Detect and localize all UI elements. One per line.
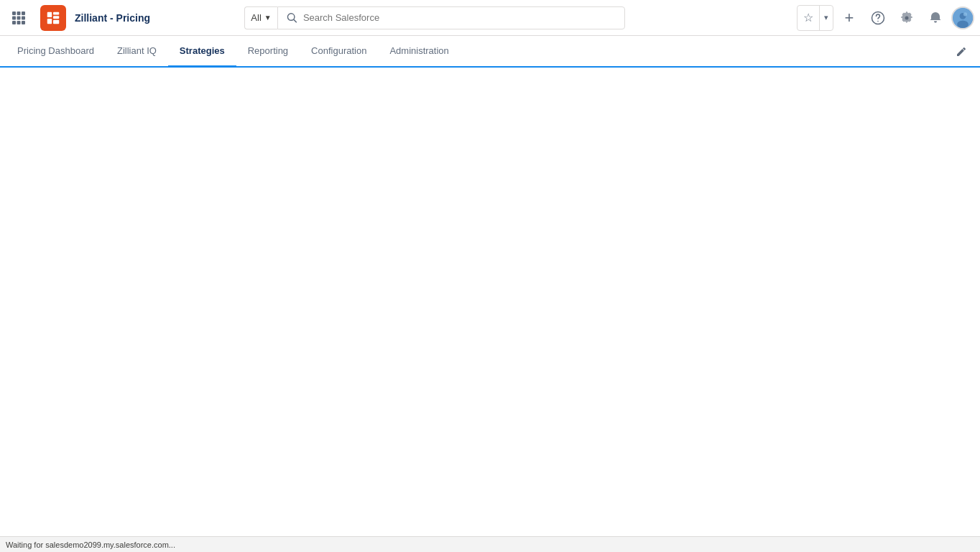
favorites-star-icon: ☆ bbox=[798, 6, 819, 30]
svg-point-14 bbox=[287, 13, 294, 19]
svg-rect-12 bbox=[53, 16, 59, 19]
svg-point-17 bbox=[877, 20, 879, 22]
help-button[interactable] bbox=[865, 5, 891, 31]
svg-rect-13 bbox=[53, 19, 59, 24]
settings-button[interactable] bbox=[894, 5, 920, 31]
svg-rect-7 bbox=[17, 21, 21, 24]
search-icon bbox=[287, 12, 297, 24]
app-logo bbox=[40, 5, 66, 31]
nav-edit-button[interactable] bbox=[950, 36, 974, 66]
svg-rect-1 bbox=[17, 12, 21, 15]
favorites-chevron-icon: ▾ bbox=[819, 6, 833, 30]
svg-rect-4 bbox=[17, 16, 21, 19]
avatar-image bbox=[953, 8, 973, 28]
tab-configuration[interactable]: Configuration bbox=[300, 36, 378, 68]
svg-rect-9 bbox=[47, 12, 52, 17]
search-container: All ▼ bbox=[244, 6, 625, 29]
svg-rect-3 bbox=[12, 16, 16, 19]
svg-point-20 bbox=[957, 20, 969, 28]
add-button[interactable]: + bbox=[836, 5, 862, 31]
svg-line-15 bbox=[294, 19, 297, 22]
svg-rect-10 bbox=[47, 18, 52, 23]
top-bar-actions: ☆ ▾ + bbox=[797, 5, 974, 31]
top-nav-bar: Zilliant - Pricing All ▼ ☆ ▾ + bbox=[0, 0, 980, 36]
app-launcher-button[interactable] bbox=[6, 5, 32, 31]
svg-point-21 bbox=[963, 12, 967, 16]
user-avatar[interactable] bbox=[951, 6, 974, 29]
svg-rect-5 bbox=[22, 16, 25, 19]
tab-administration-label: Administration bbox=[389, 45, 448, 56]
tab-strategies-label: Strategies bbox=[180, 45, 225, 56]
notifications-button[interactable] bbox=[923, 5, 948, 31]
search-input[interactable] bbox=[303, 12, 616, 23]
search-input-wrapper bbox=[277, 6, 626, 29]
app-name: Zilliant - Pricing bbox=[75, 12, 150, 24]
status-text: Waiting for salesdemo2099.my.salesforce.… bbox=[6, 540, 175, 549]
svg-rect-11 bbox=[53, 12, 59, 14]
nav-tabs-bar: Pricing Dashboard Zilliant IQ Strategies… bbox=[0, 36, 980, 68]
svg-rect-0 bbox=[12, 12, 16, 15]
svg-rect-8 bbox=[22, 21, 25, 24]
main-content bbox=[0, 68, 980, 536]
edit-icon bbox=[956, 45, 969, 58]
tab-configuration-label: Configuration bbox=[311, 45, 366, 56]
svg-rect-6 bbox=[12, 21, 16, 24]
tab-pricing-dashboard[interactable]: Pricing Dashboard bbox=[6, 36, 106, 68]
tab-reporting[interactable]: Reporting bbox=[236, 36, 300, 68]
tab-zilliant-iq[interactable]: Zilliant IQ bbox=[106, 36, 168, 68]
favorites-button[interactable]: ☆ ▾ bbox=[797, 5, 833, 31]
search-scope-selector[interactable]: All ▼ bbox=[244, 6, 277, 29]
tab-zilliant-iq-label: Zilliant IQ bbox=[117, 45, 157, 56]
status-bar: Waiting for salesdemo2099.my.salesforce.… bbox=[0, 536, 980, 552]
tab-pricing-dashboard-label: Pricing Dashboard bbox=[17, 45, 94, 56]
search-scope-chevron-icon: ▼ bbox=[264, 14, 272, 22]
tab-administration[interactable]: Administration bbox=[378, 36, 460, 68]
tab-strategies[interactable]: Strategies bbox=[168, 36, 236, 68]
svg-rect-2 bbox=[22, 12, 25, 15]
search-scope-label: All bbox=[251, 12, 261, 23]
tab-reporting-label: Reporting bbox=[248, 45, 288, 56]
